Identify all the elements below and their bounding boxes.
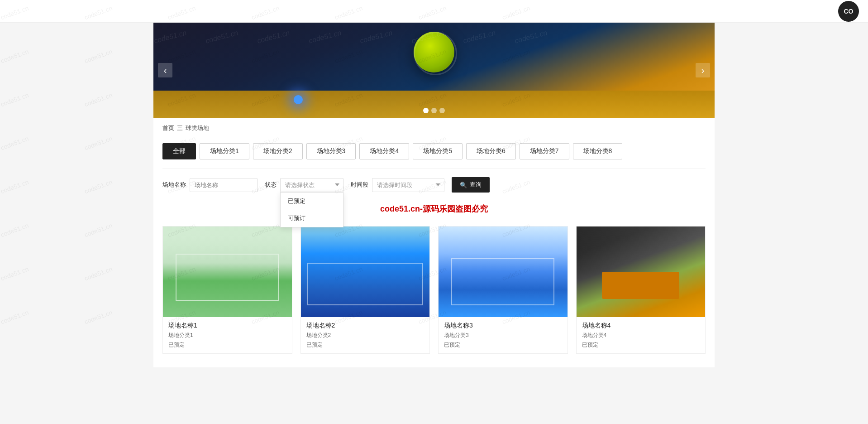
carousel-next-button[interactable]: › <box>696 63 710 77</box>
venue-card-2[interactable]: 场地名称3场地分类3已预定 <box>438 226 568 354</box>
venue-category-1: 场地分类2 <box>306 332 424 339</box>
category-filter: 全部场地分类1场地分类2场地分类3场地分类4场地分类5场地分类6场地分类7场地分… <box>162 137 706 169</box>
venue-name-0: 场地名称1 <box>168 322 286 330</box>
venue-name-input[interactable] <box>190 178 258 192</box>
breadcrumb-separator: 三 <box>177 124 183 132</box>
status-dropdown-wrapper: 请选择状态已预定可预订 已预定可预订 <box>280 178 343 192</box>
category-btn-4[interactable]: 场地分类4 <box>359 143 409 159</box>
breadcrumb-current: 球类场地 <box>186 124 209 132</box>
time-range-field: 时间段 请选择时间段 <box>351 178 444 192</box>
carousel: code51.cncode51.cncode51.cn code51.cncod… <box>153 23 715 118</box>
venue-name-3: 场地名称4 <box>582 322 700 330</box>
venue-name-label: 场地名称 <box>162 181 186 189</box>
venue-card-1[interactable]: 场地名称2场地分类2已预定 <box>300 226 430 354</box>
category-btn-1[interactable]: 场地分类1 <box>200 143 249 159</box>
status-label: 状态 <box>265 181 277 189</box>
breadcrumb-home[interactable]: 首页 <box>162 124 174 132</box>
venue-category-2: 场地分类3 <box>444 332 562 339</box>
category-btn-3[interactable]: 场地分类3 <box>306 143 356 159</box>
tennis-ball-image <box>414 32 454 72</box>
carousel-prev-button[interactable]: ‹ <box>158 63 172 77</box>
carousel-dots <box>423 108 445 113</box>
status-select[interactable]: 请选择状态已预定可预订 <box>280 178 343 192</box>
carousel-dot-1[interactable] <box>423 108 429 113</box>
venue-name-2: 场地名称3 <box>444 322 562 330</box>
venue-status-0: 已预定 <box>168 341 286 349</box>
search-btn-label: 查询 <box>470 181 482 189</box>
venue-image-1 <box>301 226 430 317</box>
category-btn-0[interactable]: 全部 <box>162 143 196 159</box>
category-btn-8[interactable]: 场地分类8 <box>573 143 623 159</box>
venue-card-0[interactable]: 场地名称1场地分类1已预定 <box>162 226 292 354</box>
venue-image-2 <box>439 226 568 317</box>
search-icon: 🔍 <box>460 182 467 188</box>
category-btn-2[interactable]: 场地分类2 <box>253 143 303 159</box>
category-btn-5[interactable]: 场地分类5 <box>413 143 463 159</box>
time-select[interactable]: 请选择时间段 <box>372 178 444 192</box>
venue-card-3[interactable]: 场地名称4场地分类4已预定 <box>576 226 706 354</box>
venue-grid: 场地名称1场地分类1已预定场地名称2场地分类2已预定场地名称3场地分类3已预定场… <box>162 217 706 367</box>
venue-status-2: 已预定 <box>444 341 562 349</box>
category-btn-7[interactable]: 场地分类7 <box>520 143 569 159</box>
status-dropdown-menu: 已预定可预订 <box>280 192 343 227</box>
venue-category-3: 场地分类4 <box>582 332 700 339</box>
status-field: 状态 请选择状态已预定可预订 已预定可预订 <box>265 178 343 192</box>
dropdown-item-1[interactable]: 可预订 <box>281 210 343 227</box>
search-button[interactable]: 🔍 查询 <box>452 177 490 193</box>
venue-status-3: 已预定 <box>582 341 700 349</box>
venue-category-0: 场地分类1 <box>168 332 286 339</box>
carousel-dot-2[interactable] <box>431 108 437 113</box>
carousel-dot-3[interactable] <box>439 108 445 113</box>
venue-name-field: 场地名称 <box>162 178 258 192</box>
blue-light-effect <box>294 95 303 104</box>
avatar[interactable]: CO <box>838 1 859 22</box>
venue-status-1: 已预定 <box>306 341 424 349</box>
time-label: 时间段 <box>351 181 368 189</box>
venue-image-3 <box>577 226 706 317</box>
red-notice: code51.cn-源码乐园盗图必究 <box>162 201 706 217</box>
venue-name-1: 场地名称2 <box>306 322 424 330</box>
top-nav: CO <box>0 0 868 23</box>
dropdown-item-0[interactable]: 已预定 <box>281 193 343 210</box>
category-btn-6[interactable]: 场地分类6 <box>466 143 516 159</box>
carousel-inner: code51.cncode51.cncode51.cn code51.cncod… <box>153 23 715 118</box>
main-content: 首页 三 球类场地 全部场地分类1场地分类2场地分类3场地分类4场地分类5场地分… <box>153 118 715 367</box>
search-bar: 场地名称 状态 请选择状态已预定可预订 已预定可预订 时间段 请选择时间段 🔍 … <box>162 169 706 201</box>
venue-image-0 <box>163 226 292 317</box>
breadcrumb: 首页 三 球类场地 <box>162 118 706 137</box>
